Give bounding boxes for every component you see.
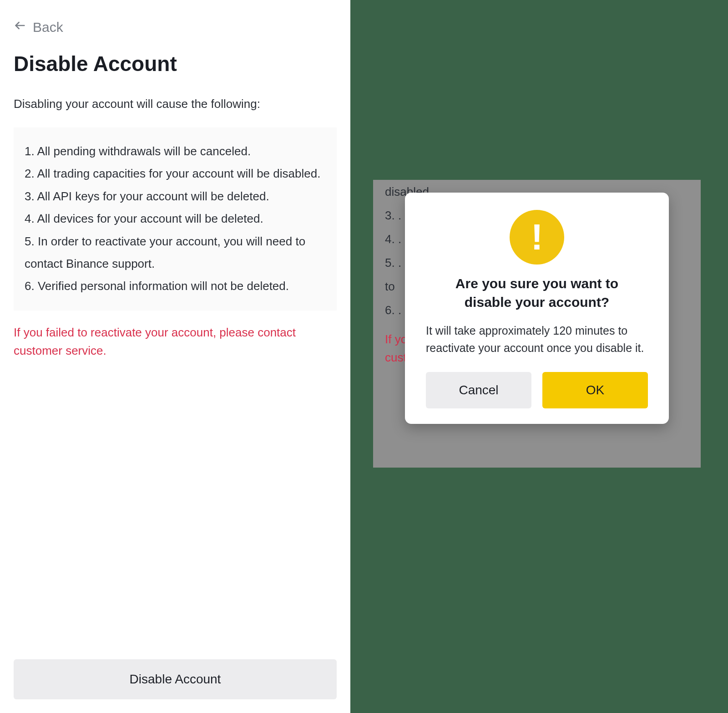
confirm-dialog: ! Are you sure you want to disable your … [405,193,669,424]
exclamation-icon: ! [531,219,543,255]
disable-account-button[interactable]: Disable Account [14,659,337,699]
back-button[interactable]: Back [14,19,63,35]
list-item: 6. Verified personal information will no… [25,275,326,297]
dialog-button-row: Cancel OK [426,372,648,408]
dialog-title: Are you sure you want to disable your ac… [426,275,648,311]
warning-icon: ! [510,210,564,265]
intro-text: Disabling your account will cause the fo… [14,97,337,111]
dialog-title-line: Are you sure you want to [426,275,648,293]
back-label: Back [33,20,63,35]
consequences-box: 1. All pending withdrawals will be cance… [14,127,337,311]
ok-button[interactable]: OK [542,372,648,408]
dialog-title-line: disable your account? [426,293,648,312]
arrow-left-icon [14,19,26,35]
modal-backdrop: disabled. 3. . 4. . 5. . d to 6. . [373,180,701,468]
dialog-body: It will take approximately 120 minutes t… [426,322,648,356]
list-item: 4. All devices for your account will be … [25,208,326,230]
disable-account-screen: Back Disable Account Disabling your acco… [0,0,350,713]
list-item: 1. All pending withdrawals will be cance… [25,140,326,163]
list-item: 3. All API keys for your account will be… [25,185,326,208]
cancel-button[interactable]: Cancel [426,372,531,408]
warning-text: If you failed to reactivate your account… [14,323,337,360]
list-item: 2. All trading capacities for your accou… [25,163,326,185]
list-item: 5. In order to reactivate your account, … [25,230,326,275]
page-title: Disable Account [14,51,337,76]
